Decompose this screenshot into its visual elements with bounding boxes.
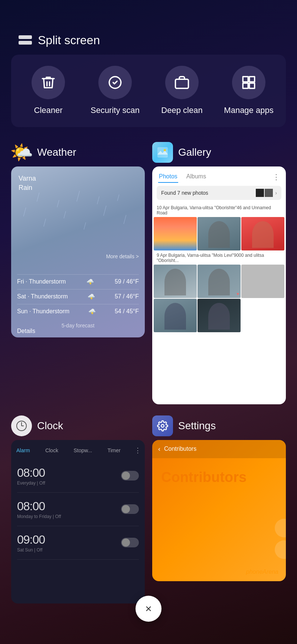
- weather-forecast-list: Fri · Thunderstorm 🌩️ 59 / 46°F Sat · Th…: [11, 274, 145, 319]
- alarm-item-0: 08:00 Everyday | Off: [17, 459, 139, 493]
- alarm-label-2: Sat Sun | Off: [17, 547, 139, 553]
- shield-check-icon: [107, 75, 123, 90]
- settings-back-icon[interactable]: ‹: [158, 445, 160, 453]
- weather-location: Varna Rain: [19, 174, 137, 192]
- gallery-photo-5[interactable]: [241, 265, 284, 298]
- clock-section: Clock Alarm Clock Stopw... Timer ⋮ 08:00…: [11, 415, 145, 603]
- forecast-icon-2: 🌩️: [88, 308, 96, 315]
- alarm-time-2: 09:00: [17, 533, 139, 547]
- gallery-photo-4[interactable]: ♥: [198, 265, 241, 298]
- gallery-icon-svg: [157, 146, 169, 158]
- alarm-item-2: 09:00 Sat Sun | Off: [17, 526, 139, 560]
- weather-details-btn[interactable]: Details: [17, 328, 35, 334]
- gallery-section: Gallery Photos Albums ⋮ Found 7 new phot…: [152, 142, 286, 404]
- alarm-time-0: 08:00: [17, 466, 139, 480]
- security-scan-action[interactable]: Security scan: [89, 66, 141, 116]
- quick-actions-card: Cleaner Security scan Deep clean: [11, 55, 286, 127]
- alarm-label-0: Everyday | Off: [17, 480, 139, 486]
- svg-rect-4: [243, 83, 248, 88]
- gallery-date-0: 10 Apr Bulgaria, Varna-ulitsa "Oborishte…: [152, 203, 286, 217]
- clock-tab-alarm[interactable]: Alarm: [15, 445, 32, 456]
- gallery-photos-row-2: [152, 299, 286, 332]
- manage-apps-icon-circle: [232, 66, 265, 99]
- clock-face-icon: [16, 420, 27, 432]
- gallery-app-icon: [152, 142, 173, 163]
- briefcase-icon: [174, 75, 190, 90]
- settings-decorative-circles: [275, 519, 286, 559]
- settings-app-header: Settings: [152, 415, 286, 436]
- settings-app-label: Settings: [178, 420, 216, 432]
- gallery-tab-albums[interactable]: Albums: [186, 171, 207, 183]
- gallery-photo-3[interactable]: [154, 265, 197, 298]
- security-scan-icon-circle: [98, 66, 132, 99]
- gallery-photo-0[interactable]: [154, 217, 197, 250]
- gallery-thumb-preview: ›: [256, 189, 277, 197]
- split-screen-icon: [19, 35, 32, 46]
- forecast-temp-2: 54 / 45°F: [115, 308, 139, 315]
- phonearena-watermark: phoneArena: [246, 569, 278, 575]
- weather-app-label: Weather: [37, 146, 76, 158]
- gear-icon: [157, 420, 168, 431]
- clock-tab-clock[interactable]: Clock: [44, 445, 60, 456]
- deep-clean-action[interactable]: Deep clean: [156, 66, 208, 116]
- alarm-toggle-0[interactable]: [121, 471, 139, 480]
- gallery-photo-empty: [241, 299, 284, 332]
- manage-apps-label: Manage apps: [224, 105, 273, 116]
- clock-tabs-bar: Alarm Clock Stopw... Timer ⋮: [11, 440, 145, 456]
- close-icon: ×: [145, 603, 152, 614]
- forecast-day-2: Sun · Thunderstorm: [17, 308, 69, 315]
- gallery-tabs-bar: Photos Albums ⋮: [152, 166, 286, 183]
- settings-card[interactable]: ‹ Contributors Contributors phoneArena: [152, 440, 286, 581]
- gallery-photo-2[interactable]: [241, 217, 284, 250]
- cleaner-action[interactable]: Cleaner: [22, 66, 74, 116]
- clock-tab-timer[interactable]: Timer: [106, 445, 122, 456]
- gallery-photo-1[interactable]: [198, 217, 241, 250]
- clock-card[interactable]: Alarm Clock Stopw... Timer ⋮ 08:00 Every…: [11, 440, 145, 603]
- gallery-photos-row-1: ♥: [152, 265, 286, 298]
- security-scan-label: Security scan: [91, 105, 140, 116]
- cleaner-icon-circle: [32, 66, 65, 99]
- forecast-icon-0: 🌩️: [87, 278, 94, 285]
- gallery-tab-photos[interactable]: Photos: [158, 171, 178, 183]
- gallery-found-text: Found 7 new photos: [161, 190, 208, 196]
- forecast-temp-1: 57 / 46°F: [115, 293, 139, 300]
- settings-card-title: Contributors: [164, 446, 196, 452]
- clock-app-icon: [11, 415, 32, 436]
- forecast-item-2: Sun · Thunderstorm 🌩️ 54 / 45°F: [17, 304, 139, 319]
- forecast-temp-0: 59 / 46°F: [115, 278, 139, 285]
- alarm-label-1: Monday to Friday | Off: [17, 514, 139, 519]
- svg-rect-3: [249, 77, 255, 82]
- settings-card-header: ‹ Contributors: [152, 440, 286, 458]
- forecast-item-1: Sat · Thunderstorm 🌩️ 57 / 46°F: [17, 289, 139, 304]
- settings-section: Settings ‹ Contributors Contributors pho…: [152, 415, 286, 603]
- clock-app-header: Clock: [11, 415, 145, 436]
- settings-app-icon: [152, 415, 173, 436]
- svg-rect-1: [176, 79, 189, 88]
- gallery-photos-row-0: [152, 217, 286, 250]
- weather-more-details[interactable]: More details >: [106, 253, 139, 259]
- settings-contributors-title: Contributors: [161, 469, 277, 485]
- gallery-card[interactable]: Photos Albums ⋮ Found 7 new photos › 10 …: [152, 166, 286, 404]
- clock-tab-stopwatch[interactable]: Stopw...: [72, 445, 94, 456]
- clock-app-label: Clock: [37, 420, 63, 432]
- rain-decoration: [11, 189, 145, 263]
- split-screen-label: Split screen: [38, 33, 100, 47]
- svg-point-8: [164, 149, 166, 151]
- gallery-photo-7[interactable]: [198, 299, 241, 332]
- gallery-photo-6[interactable]: [154, 299, 197, 332]
- alarm-toggle-2[interactable]: [121, 538, 139, 547]
- settings-card-content: Contributors: [152, 458, 286, 496]
- clock-menu-icon[interactable]: ⋮: [134, 446, 141, 454]
- deep-clean-icon-circle: [165, 66, 199, 99]
- manage-apps-action[interactable]: Manage apps: [223, 66, 275, 116]
- alarm-toggle-1[interactable]: [121, 504, 139, 514]
- gallery-app-header: Gallery: [152, 142, 286, 163]
- deep-clean-label: Deep clean: [161, 105, 202, 116]
- gallery-date-1: 9 Apr Bulgaria, Varna-ulitsa "Mois Levi"…: [152, 250, 286, 265]
- weather-card[interactable]: Varna Rain More details > Fri: [11, 166, 145, 337]
- gallery-menu-icon[interactable]: ⋮: [272, 172, 280, 181]
- forecast-day-1: Sat · Thunderstorm: [17, 293, 68, 300]
- svg-rect-5: [249, 83, 255, 88]
- app-previews-grid: 🌤️ Weather Varna Rain: [0, 127, 297, 404]
- close-button[interactable]: ×: [136, 596, 161, 622]
